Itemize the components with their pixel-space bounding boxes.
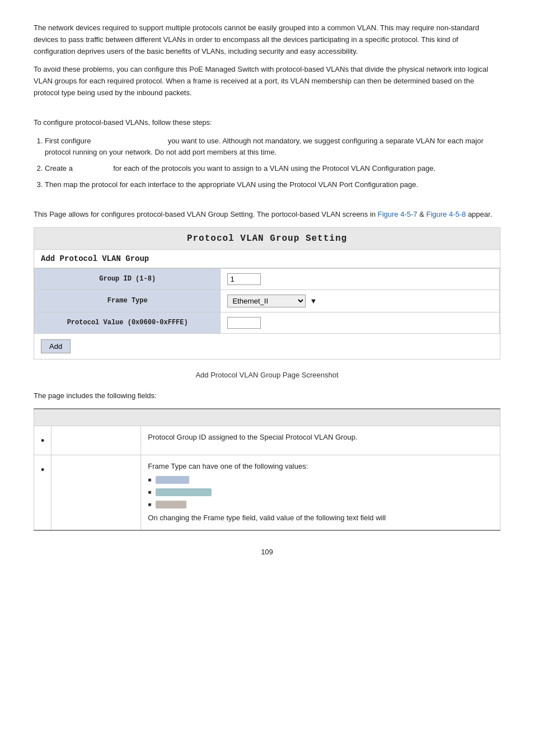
snap-label: [156, 501, 186, 508]
llc-label: [156, 488, 212, 496]
frame-type-label: Frame Type: [35, 290, 221, 312]
protocol-value-row: Protocol Value (0x0600-0xFFFE): [35, 312, 500, 333]
group-id-label: Group ID (1-8): [35, 268, 221, 290]
screenshot-caption: Add Protocol VLAN Group Page Screenshot: [34, 371, 500, 379]
fields-table: • Protocol Group ID assigned to the Spec…: [34, 408, 500, 531]
field-desc-1: Protocol Group ID assigned to the Specia…: [141, 426, 500, 455]
bullet-1: •: [34, 426, 51, 455]
group-id-value-cell: [221, 268, 500, 290]
add-button[interactable]: Add: [41, 339, 71, 353]
sublist-item-3: [148, 500, 493, 509]
fields-intro: The page includes the following fields:: [34, 390, 500, 402]
vlan-settings-table: Group ID (1-8) Frame Type Ethernet_II 80…: [34, 268, 500, 334]
field-row-1: • Protocol Group ID assigned to the Spec…: [34, 426, 500, 455]
intro-para2: To avoid these problems, you can configu…: [34, 64, 500, 99]
add-button-row: Add: [34, 334, 500, 359]
field-name-2: [51, 455, 141, 530]
sublist-item-2: [148, 488, 493, 497]
sublist-item-1: [148, 475, 493, 484]
fields-table-header: [34, 409, 500, 426]
protocol-value-cell: [221, 312, 500, 333]
bullet-2: •: [34, 455, 51, 530]
vlan-box-title: Protocol VLAN Group Setting: [34, 228, 500, 250]
ref-link-1[interactable]: Figure 4-5-7: [378, 210, 418, 218]
frame-type-select[interactable]: Ethernet_II 802.3 LLC SNAP: [227, 295, 306, 307]
field-desc-2: Frame Type can have one of the following…: [141, 455, 500, 530]
frame-type-row: Frame Type Ethernet_II 802.3 LLC SNAP ▼: [35, 290, 500, 312]
group-id-row: Group ID (1-8): [35, 268, 500, 290]
field-row-2: • Frame Type can have one of the followi…: [34, 455, 500, 530]
frame-type-extra: On changing the Frame type field, valid …: [148, 514, 386, 522]
frame-type-value-cell: Ethernet_II 802.3 LLC SNAP ▼: [221, 290, 500, 312]
vlan-box-subtitle: Add Protocol VLAN Group: [34, 250, 500, 268]
intro-para1: The network devices required to support …: [34, 22, 500, 57]
fields-header-cell: [34, 409, 500, 426]
steps-intro: To configure protocol-based VLANs, follo…: [34, 117, 500, 129]
field-name-1: [51, 426, 141, 455]
step-2: Create a for each of the protocols you w…: [45, 163, 500, 175]
protocol-value-label: Protocol Value (0x0600-0xFFFE): [35, 312, 221, 333]
protocol-value-input[interactable]: [227, 317, 261, 329]
ref-text: This Page allows for configures protocol…: [34, 209, 500, 221]
vlan-group-setting-box: Protocol VLAN Group Setting Add Protocol…: [34, 227, 500, 360]
step-1: First configure you want to use. Althoug…: [45, 136, 500, 159]
ref-link-2[interactable]: Figure 4-5-8: [426, 210, 466, 218]
ethernet-label: [156, 476, 189, 484]
frame-type-sublist: [148, 475, 493, 509]
page-number: 109: [34, 548, 500, 556]
group-id-input[interactable]: [227, 273, 261, 285]
step-3: Then map the protocol for each interface…: [45, 179, 500, 191]
